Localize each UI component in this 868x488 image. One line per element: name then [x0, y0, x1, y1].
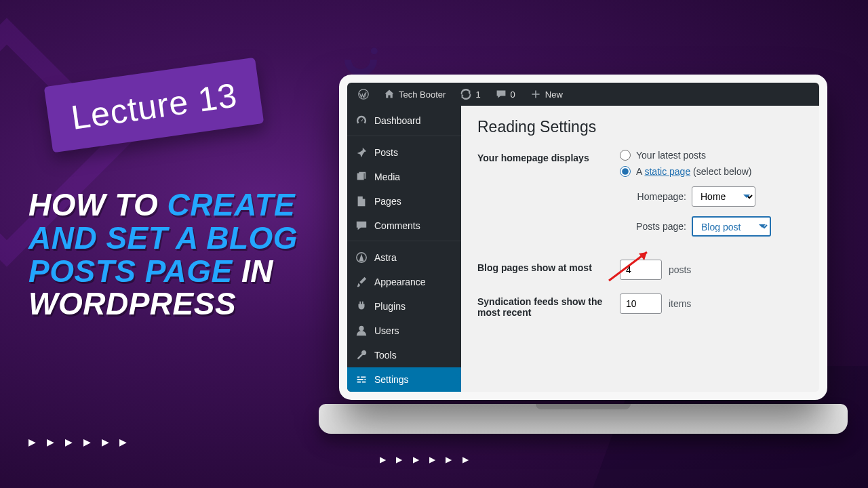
- refresh-icon: [460, 89, 471, 100]
- wp-content: Reading Settings Your homepage displays …: [461, 106, 819, 392]
- sidebar-item-label: Dashboard: [374, 115, 421, 126]
- wp-logo-menu[interactable]: [353, 83, 374, 106]
- radio-static-label: A static page (select below): [636, 166, 751, 177]
- radio-static-suffix: (select below): [690, 166, 751, 177]
- sidebar-item-label: Pages: [374, 196, 401, 207]
- laptop-screen: Tech Booter 1 0 New Dashboard: [339, 75, 827, 400]
- syndication-input[interactable]: [620, 293, 662, 314]
- plus-icon: [530, 89, 541, 100]
- comment-icon: [496, 89, 507, 100]
- astra-icon: [355, 251, 368, 264]
- blogpages-unit: posts: [669, 264, 691, 275]
- title-part: WORDPRESS: [28, 286, 236, 321]
- sidebar-item-label: Media: [374, 171, 400, 182]
- sidebar-item-comments[interactable]: Comments: [347, 214, 461, 238]
- radio-latest-posts[interactable]: [620, 150, 631, 161]
- syndication-label: Syndication feeds show the most recent: [477, 293, 620, 318]
- sidebar-item-astra[interactable]: Astra: [347, 245, 461, 270]
- sidebar-item-label: Appearance: [374, 277, 426, 287]
- sidebar-item-pages[interactable]: Pages: [347, 189, 461, 214]
- title-accent: POSTS PAGE: [28, 253, 241, 289]
- updates-link[interactable]: 1: [455, 83, 486, 106]
- title-accent: CREATE: [167, 187, 296, 222]
- blogpages-input[interactable]: [620, 260, 662, 280]
- postspage-select-label: Posts page:: [620, 221, 686, 232]
- plug-icon: [355, 300, 368, 312]
- wp-adminbar: Tech Booter 1 0 New: [347, 83, 819, 106]
- radio-static-page[interactable]: [620, 166, 631, 177]
- lecture-badge: Lecture 13: [44, 58, 264, 153]
- sidebar-item-dashboard[interactable]: Dashboard: [347, 108, 461, 133]
- radio-static-prefix: A: [636, 166, 644, 177]
- syndication-unit: items: [669, 298, 691, 309]
- sidebar-item-label: Users: [374, 325, 399, 336]
- blogpages-label: Blog pages show at most: [477, 260, 620, 273]
- comment-icon: [355, 220, 368, 232]
- site-name: Tech Booter: [399, 89, 446, 100]
- sidebar-item-settings[interactable]: Settings: [347, 367, 461, 392]
- homepage-select[interactable]: Home: [692, 186, 755, 207]
- comments-link[interactable]: 0: [490, 83, 521, 106]
- sidebar-item-label: Tools: [374, 350, 397, 361]
- menu-separator: [347, 241, 461, 243]
- user-icon: [355, 325, 368, 337]
- sidebar-item-label: Posts: [374, 147, 398, 158]
- sliders-icon: [355, 373, 368, 386]
- wordpress-icon: [358, 89, 369, 100]
- sidebar-item-plugins[interactable]: Plugins: [347, 294, 461, 319]
- sidebar-item-posts[interactable]: Posts: [347, 140, 461, 165]
- menu-separator: [347, 136, 461, 138]
- lecture-badge-number: 13: [195, 76, 239, 119]
- homepage-select-label: Homepage:: [620, 191, 686, 202]
- sidebar-item-appearance[interactable]: Appearance: [347, 270, 461, 294]
- sidebar-item-label: Plugins: [374, 301, 406, 312]
- title-part: IN: [241, 253, 273, 289]
- sidebar-item-users[interactable]: Users: [347, 319, 461, 343]
- title-accent: AND SET A BLOG: [28, 220, 298, 256]
- title-part: HOW TO: [28, 187, 167, 222]
- slide-title: HOW TO CREATE AND SET A BLOG POSTS PAGE …: [28, 188, 320, 321]
- lecture-badge-prefix: Lecture: [69, 83, 191, 137]
- wrench-icon: [355, 349, 368, 361]
- chevrons-icon: ▶ ▶ ▶ ▶ ▶ ▶: [28, 436, 131, 447]
- homepage-displays-label: Your homepage displays: [477, 150, 620, 163]
- wp-sidebar: Dashboard Posts Media Pages Comment: [347, 106, 461, 392]
- home-icon: [384, 89, 395, 100]
- brush-icon: [355, 276, 368, 288]
- postspage-select[interactable]: Blog post: [692, 216, 771, 237]
- page-icon: [355, 195, 368, 207]
- comments-count: 0: [511, 89, 515, 100]
- sidebar-item-tools[interactable]: Tools: [347, 343, 461, 367]
- pin-icon: [355, 146, 368, 159]
- radio-latest-label: Your latest posts: [636, 150, 706, 161]
- media-icon: [355, 171, 368, 183]
- new-content-link[interactable]: New: [525, 83, 568, 106]
- sidebar-item-label: Astra: [374, 252, 397, 263]
- dashboard-icon: [355, 115, 368, 127]
- laptop-keyboard-deck: [319, 404, 848, 434]
- updates-count: 1: [475, 89, 480, 100]
- static-page-link[interactable]: static page: [644, 166, 690, 177]
- site-name-link[interactable]: Tech Booter: [378, 83, 451, 106]
- laptop-mockup: Tech Booter 1 0 New Dashboard: [319, 75, 848, 474]
- page-title: Reading Settings: [477, 118, 803, 136]
- sidebar-item-media[interactable]: Media: [347, 165, 461, 189]
- sidebar-item-label: Comments: [374, 220, 420, 231]
- new-label: New: [545, 89, 563, 100]
- sidebar-item-label: Settings: [374, 374, 409, 385]
- svg-point-2: [359, 326, 363, 331]
